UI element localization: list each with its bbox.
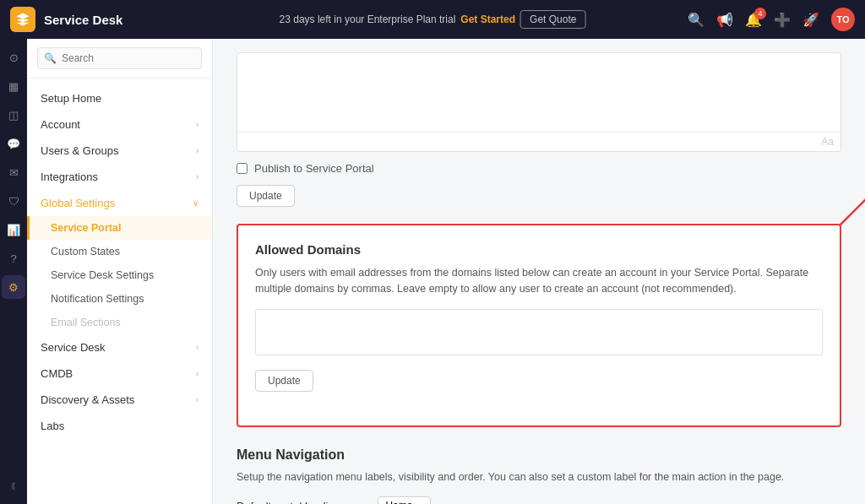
service-desk-chevron-icon: › — [196, 343, 199, 352]
sidebar-item-discovery-assets[interactable]: Discovery & Assets › — [27, 387, 212, 413]
sidebar-sub-item-notification-settings[interactable]: Notification Settings — [27, 287, 212, 311]
allowed-domains-wrapper: Allowed Domains Only users with email ad… — [237, 224, 841, 427]
sidebar-item-setup-home[interactable]: Setup Home — [27, 85, 212, 111]
content-inner: Aa Publish to Service Portal Update — [213, 39, 865, 504]
landing-page-row: Default portal landing page Home — [237, 496, 841, 504]
add-icon-btn[interactable]: ➕ — [774, 12, 791, 28]
nav-collapse-icon[interactable]: ⟪ — [11, 481, 16, 497]
nav-home-icon[interactable]: ⊙ — [2, 46, 25, 69]
nav-chart-icon[interactable]: 📊 — [2, 218, 25, 241]
sidebar-sub-item-service-desk-settings[interactable]: Service Desk Settings — [27, 263, 212, 287]
sidebar-item-labs[interactable]: Labs — [27, 413, 212, 439]
sidebar-item-integrations[interactable]: Integrations › — [27, 164, 212, 190]
domains-textarea[interactable] — [255, 309, 823, 355]
sidebar-item-global-settings[interactable]: Global Settings ∨ — [27, 190, 212, 216]
announcement-icon-btn[interactable]: 📢 — [716, 12, 733, 28]
users-groups-chevron-icon: › — [196, 146, 199, 155]
landing-page-select-wrap[interactable]: Home — [378, 496, 431, 504]
nav-shield-icon[interactable]: 🛡 — [2, 189, 25, 213]
description-textarea-section: Aa — [237, 52, 841, 152]
publish-row: Publish to Service Portal — [237, 162, 841, 175]
trial-banner: 23 days left in your Enterprise Plan tri… — [280, 10, 586, 29]
update-button-domains[interactable]: Update — [255, 370, 313, 392]
app-title: Service Desk — [44, 13, 122, 27]
rocket-icon-btn[interactable]: 🚀 — [802, 12, 819, 28]
nav-settings-icon[interactable]: ⚙ — [2, 275, 25, 299]
menu-nav-desc: Setup the navigation menu labels, visibi… — [237, 469, 841, 485]
nav-chat-icon[interactable]: 💬 — [2, 132, 25, 155]
menu-navigation-section: Menu Navigation Setup the navigation men… — [237, 447, 841, 505]
sidebar-sub-item-email-sections: Email Sections — [27, 311, 212, 334]
sidebar-item-account[interactable]: Account › — [27, 111, 212, 138]
sidebar-item-service-desk[interactable]: Service Desk › — [27, 334, 212, 360]
publish-label: Publish to Service Portal — [254, 162, 374, 175]
menu-nav-title: Menu Navigation — [237, 447, 841, 463]
landing-page-label: Default portal landing page — [237, 500, 367, 504]
cmdb-chevron-icon: › — [196, 369, 199, 378]
nav-inbox-icon[interactable]: ◫ — [2, 103, 25, 127]
description-textarea[interactable] — [237, 53, 841, 129]
get-started-link[interactable]: Get Started — [460, 14, 515, 25]
sidebar: 🔍 Setup Home Account › Users & Groups › … — [27, 39, 213, 504]
main-layout: ⊙ ▦ ◫ 💬 ✉ 🛡 📊 ? ⚙ ⟪ 🔍 Setup Home Account… — [0, 39, 865, 504]
nav-icon-rail: ⊙ ▦ ◫ 💬 ✉ 🛡 📊 ? ⚙ ⟪ — [0, 39, 27, 504]
sidebar-search-section: 🔍 — [27, 39, 212, 79]
topbar-actions: 🔍 📢 🔔 4 ➕ 🚀 TO — [688, 8, 855, 31]
discovery-assets-chevron-icon: › — [196, 395, 199, 404]
sidebar-search-input[interactable] — [37, 47, 202, 69]
integrations-chevron-icon: › — [196, 172, 199, 182]
sidebar-item-cmdb[interactable]: CMDB › — [27, 360, 212, 387]
notification-badge: 4 — [754, 8, 766, 19]
trial-text: 23 days left in your Enterprise Plan tri… — [280, 14, 456, 25]
nav-dashboard-icon[interactable]: ▦ — [2, 74, 25, 98]
sidebar-item-users-groups[interactable]: Users & Groups › — [27, 138, 212, 164]
landing-page-select[interactable]: Home — [378, 496, 431, 504]
notifications-icon-btn[interactable]: 🔔 4 — [745, 12, 762, 28]
sidebar-search-icon: 🔍 — [44, 52, 57, 64]
account-chevron-icon: › — [196, 120, 199, 129]
nav-help-icon[interactable]: ? — [2, 247, 25, 270]
textarea-resize-handle: Aa — [237, 132, 841, 151]
publish-checkbox[interactable] — [237, 163, 248, 174]
allowed-domains-title: Allowed Domains — [255, 242, 823, 257]
nav-mail-icon[interactable]: ✉ — [2, 160, 25, 184]
allowed-domains-description: Only users with email addresses from the… — [255, 265, 823, 297]
content-area: Aa Publish to Service Portal Update — [213, 39, 865, 504]
sidebar-nav: Setup Home Account › Users & Groups › In… — [27, 79, 212, 504]
get-quote-button[interactable]: Get Quote — [520, 10, 585, 29]
sidebar-sub-item-service-portal[interactable]: Service Portal — [27, 216, 212, 240]
user-avatar[interactable]: TO — [831, 8, 855, 31]
search-icon-btn[interactable]: 🔍 — [688, 12, 705, 28]
allowed-domains-box: Allowed Domains Only users with email ad… — [237, 224, 841, 427]
logo — [10, 7, 35, 32]
global-settings-chevron-icon: ∨ — [193, 198, 199, 208]
sidebar-sub-item-custom-states[interactable]: Custom States — [27, 240, 212, 263]
topbar: Service Desk 23 days left in your Enterp… — [0, 0, 865, 39]
update-button-1[interactable]: Update — [237, 185, 295, 207]
